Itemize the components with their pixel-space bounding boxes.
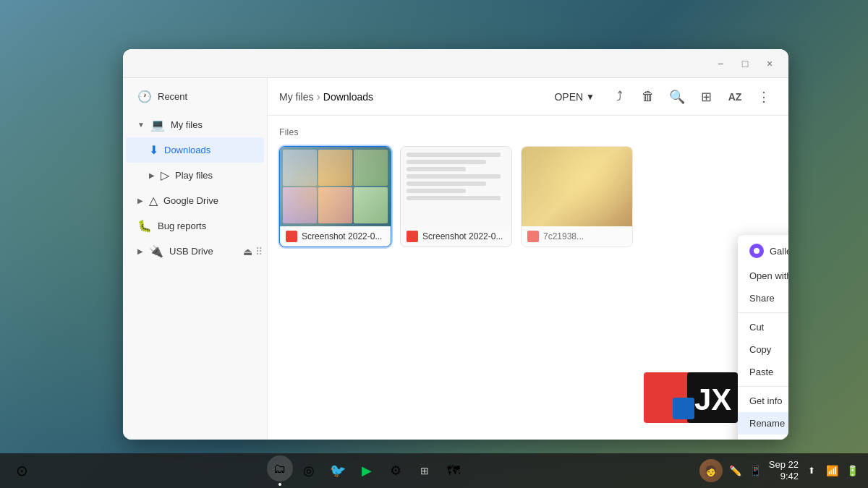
stylus-icon[interactable]: ✏️ — [728, 463, 743, 478]
battery-icon[interactable]: 🔋 — [845, 463, 859, 478]
file-item-2[interactable]: Screenshot 2022-0... — [400, 146, 512, 247]
context-menu-item-get-info[interactable]: Get info Space — [738, 390, 788, 412]
mini-thumb — [318, 187, 352, 223]
google-drive-icon: △ — [149, 194, 158, 207]
sidebar-item-my-files[interactable]: ▼ 💻 My files — [126, 112, 264, 137]
search-icon: 🔍 — [669, 89, 685, 105]
delete-toolbar-button[interactable]: 🗑 — [635, 84, 661, 110]
toolbar: My files › Downloads OPEN ▼ ⤴ 🗑 — [268, 78, 788, 116]
file-type-icon-2 — [407, 231, 418, 242]
file-item-1[interactable]: Screenshot 2022-0... — [279, 146, 391, 247]
settings-app-icon[interactable]: ⚙ — [383, 458, 409, 484]
chrome-app-icon[interactable]: ◎ — [296, 458, 322, 484]
apps-grid-icon: ⊞ — [420, 465, 429, 476]
breadcrumb-separator-icon: › — [316, 90, 320, 103]
bug-reports-icon: 🐛 — [137, 219, 152, 233]
taskbar: ⊙ 🗂 ◎ 🐦 ▶ ⚙ ⊞ 🗺 🧑 — [0, 453, 868, 488]
view-toggle-button[interactable]: ⊞ — [693, 84, 719, 110]
context-menu-item-share[interactable]: Share — [738, 287, 788, 309]
doc-line — [407, 174, 501, 179]
maximize-button[interactable]: □ — [735, 53, 755, 74]
sidebar-item-bug-reports[interactable]: 🐛 Bug reports — [126, 213, 264, 239]
file-thumbnail-2 — [401, 147, 511, 226]
twitter-app-icon[interactable]: 🐦 — [325, 458, 351, 484]
open-button[interactable]: OPEN ▼ — [545, 87, 603, 107]
network-status-icon[interactable]: ⬆ — [804, 463, 819, 478]
sidebar-item-usb-drive[interactable]: ▶ 🔌 USB Drive ⏏ ⠿ — [126, 239, 264, 264]
share-icon: ⤴ — [616, 89, 623, 104]
sort-button[interactable]: AZ — [722, 84, 748, 110]
breadcrumb: My files › Downloads — [279, 90, 542, 103]
taskbar-right: 🧑 ✏️ 📱 Sep 22 9:42 ⬆ 📶 🔋 — [699, 459, 859, 482]
minimize-button[interactable]: − — [710, 53, 731, 74]
more-options-button[interactable]: ⋮ — [751, 84, 777, 110]
file-info-3: 7c21938... — [522, 226, 632, 247]
doc-line — [407, 153, 501, 157]
launcher-button[interactable]: ⊙ — [9, 458, 35, 484]
doc-line — [407, 189, 466, 193]
context-menu-item-paste[interactable]: Paste Ctrl+V — [738, 361, 788, 383]
file-info-2: Screenshot 2022-0... — [401, 226, 511, 247]
file-type-icon-1 — [286, 231, 297, 242]
open-button-label: OPEN — [554, 91, 583, 103]
mini-thumb — [354, 150, 388, 186]
app-launcher-icon[interactable]: ⊞ — [412, 458, 438, 484]
doc-line — [407, 167, 466, 171]
context-menu: Gallery Open with… › Share — [738, 235, 788, 440]
file-thumbnail-3 — [522, 147, 632, 226]
sidebar-item-play-files[interactable]: ▶ ▷ Play files — [126, 163, 264, 188]
play-files-expander-icon: ▶ — [149, 171, 155, 179]
eject-icon[interactable]: ⏏ — [243, 246, 252, 257]
mini-thumb — [283, 187, 317, 223]
my-files-expander-icon: ▼ — [137, 121, 145, 129]
sidebar-item-google-drive[interactable]: ▶ △ Google Drive — [126, 188, 264, 213]
context-menu-item-copy[interactable]: Copy Ctrl+C — [738, 338, 788, 361]
file-item-3[interactable]: 7c21938... — [521, 146, 633, 247]
screenshot-grid-1 — [280, 147, 391, 226]
files-app-icon[interactable]: 🗂 — [267, 455, 293, 481]
titlebar-controls: − □ × — [710, 53, 780, 74]
sort-icon: AZ — [728, 91, 742, 103]
user-avatar[interactable]: 🧑 — [699, 459, 723, 482]
recent-icon: 🕐 — [137, 90, 152, 103]
search-button[interactable]: 🔍 — [664, 84, 690, 110]
file-area: Files — [268, 116, 788, 440]
wifi-icon[interactable]: 📶 — [825, 463, 839, 478]
doc-line — [407, 181, 486, 186]
sidebar-item-downloads[interactable]: ⬇ Downloads — [126, 137, 264, 163]
mini-thumb — [354, 187, 388, 223]
context-menu-item-open-with[interactable]: Open with… › — [738, 264, 788, 287]
grid-view-icon: ⊞ — [701, 89, 712, 105]
taskbar-files-app[interactable]: 🗂 — [267, 455, 293, 486]
my-files-icon: 💻 — [150, 118, 165, 132]
ctx-cut-label: Cut — [749, 322, 764, 333]
share-button[interactable]: ⤴ — [606, 84, 632, 110]
sidebar-my-files-label: My files — [171, 119, 203, 130]
context-menu-item-gallery[interactable]: Gallery — [738, 238, 788, 264]
close-button[interactable]: × — [760, 53, 780, 74]
context-menu-item-rename[interactable]: Rename Ctrl+Enter — [738, 412, 788, 435]
sidebar-usb-drive-label: USB Drive — [169, 246, 213, 257]
file-info-1: Screenshot 2022-0... — [280, 226, 391, 247]
maps-app-icon[interactable]: 🗺 — [441, 458, 467, 484]
play-store-app-icon[interactable]: ▶ — [354, 458, 380, 484]
more-icon: ⋮ — [757, 89, 770, 105]
datetime-display[interactable]: Sep 22 9:42 — [769, 459, 799, 481]
ctx-paste-label: Paste — [749, 367, 773, 377]
maps-icon: 🗺 — [447, 463, 460, 479]
breadcrumb-current: Downloads — [323, 91, 373, 103]
taskbar-center: 🗂 ◎ 🐦 ▶ ⚙ ⊞ 🗺 — [38, 455, 697, 486]
sidebar-downloads-label: Downloads — [164, 145, 210, 155]
breadcrumb-root[interactable]: My files — [279, 91, 313, 103]
sidebar-item-recent[interactable]: 🕐 Recent — [126, 84, 264, 109]
context-menu-item-delete[interactable]: Delete Alt+Backspace — [738, 435, 788, 440]
content-area: My files › Downloads OPEN ▼ ⤴ 🗑 — [268, 78, 788, 440]
ctx-divider-1 — [738, 312, 788, 313]
context-menu-item-cut[interactable]: Cut Ctrl+X — [738, 316, 788, 338]
doc-line — [407, 196, 501, 200]
sidebar-recent-label: Recent — [158, 91, 187, 102]
drag-handle-icon[interactable]: ⠿ — [255, 246, 263, 257]
trash-icon: 🗑 — [642, 89, 655, 104]
phone-icon[interactable]: 📱 — [749, 463, 763, 478]
ctx-gallery-label: Gallery — [770, 246, 788, 257]
